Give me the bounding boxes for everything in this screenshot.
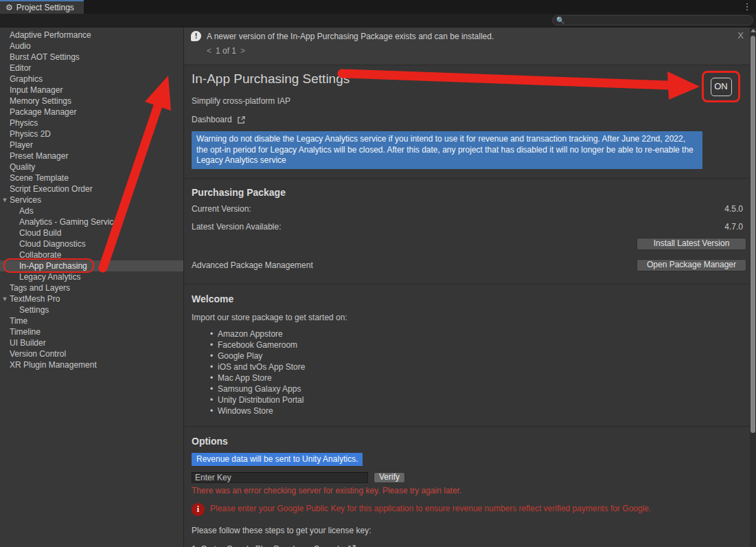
store-list-item: Windows Store bbox=[192, 405, 750, 416]
sidebar-item-label: Quality bbox=[10, 161, 35, 172]
dashboard-link[interactable]: Dashboard bbox=[192, 115, 750, 124]
sidebar-item-physics-2d[interactable]: Physics 2D bbox=[0, 129, 183, 139]
scrollbar-thumb[interactable] bbox=[751, 36, 755, 433]
gear-icon: ⚙ bbox=[5, 3, 13, 12]
search-icon: 🔍 bbox=[556, 17, 564, 24]
search-input[interactable] bbox=[564, 16, 749, 25]
sidebar-item-ui-builder[interactable]: UI Builder bbox=[0, 337, 183, 348]
sidebar-item-label: Editor bbox=[10, 63, 31, 74]
sidebar-item-label: Analytics - Gaming Services bbox=[19, 216, 122, 227]
sidebar-item-timeline[interactable]: Timeline bbox=[0, 326, 183, 337]
current-version-label: Current Version: bbox=[192, 204, 251, 214]
sidebar-item-editor[interactable]: Editor bbox=[0, 63, 183, 74]
banner-pager: < 1 of 1 > bbox=[207, 46, 245, 56]
sidebar-item-quality[interactable]: Quality bbox=[0, 161, 183, 172]
pager-prev-icon[interactable]: < bbox=[207, 46, 211, 56]
pager-next-icon[interactable]: > bbox=[240, 46, 245, 56]
sidebar-item-label: Audio bbox=[10, 41, 31, 52]
revenue-analytics-note: Revenue data will be sent to Unity Analy… bbox=[192, 453, 363, 466]
sidebar-item-preset-manager[interactable]: Preset Manager bbox=[0, 150, 183, 161]
sidebar-item-input-manager[interactable]: Input Manager bbox=[0, 85, 183, 96]
settings-pane: ! A newer version of the In-App Purchasi… bbox=[183, 27, 756, 547]
sidebar-item-memory-settings[interactable]: Memory Settings bbox=[0, 96, 183, 107]
verify-button[interactable]: Verify bbox=[374, 472, 405, 483]
purchasing-package-heading: Purchasing Package bbox=[192, 179, 750, 198]
sidebar-item-settings[interactable]: Settings bbox=[0, 304, 183, 315]
kebab-menu-icon[interactable]: ⋮ bbox=[742, 1, 752, 12]
sidebar-item-label: Package Manager bbox=[10, 107, 76, 118]
sidebar-item-physics[interactable]: Physics bbox=[0, 118, 183, 129]
sidebar-item-burst-aot-settings[interactable]: Burst AOT Settings bbox=[0, 52, 183, 63]
sidebar-item-legacy-analytics[interactable]: Legacy Analytics bbox=[0, 271, 183, 282]
sidebar-item-script-execution-order[interactable]: Script Execution Order bbox=[0, 183, 183, 194]
store-list-item: Amazon Appstore bbox=[192, 328, 750, 339]
sidebar-item-label: Player bbox=[10, 139, 33, 150]
store-list-item: Samsung Galaxy Apps bbox=[192, 383, 750, 394]
sidebar-item-label: TextMesh Pro bbox=[10, 293, 60, 304]
external-link-icon bbox=[347, 544, 356, 547]
sidebar-item-label: UI Builder bbox=[10, 337, 46, 348]
step-1-prefix: 1. Go to bbox=[192, 544, 221, 547]
dashboard-label: Dashboard bbox=[192, 115, 232, 124]
vertical-scrollbar[interactable] bbox=[750, 27, 756, 547]
tab-bar: ⚙ Project Settings ⋮ bbox=[0, 0, 756, 14]
sidebar-item-tags-and-layers[interactable]: Tags and Layers bbox=[0, 282, 183, 293]
sidebar-item-services[interactable]: ▼Services bbox=[0, 194, 183, 205]
settings-sidebar: Adaptive PerformanceAudioBurst AOT Setti… bbox=[0, 27, 183, 547]
search-box[interactable]: 🔍 bbox=[552, 15, 753, 25]
sidebar-item-textmesh-pro[interactable]: ▼TextMesh Pro bbox=[0, 293, 183, 304]
store-list-item: Google Play bbox=[192, 350, 750, 361]
store-list: Amazon AppstoreFacebook GameroomGoogle P… bbox=[192, 328, 750, 416]
latest-version-label: Latest Version Available: bbox=[192, 222, 282, 232]
sidebar-item-label: Legacy Analytics bbox=[19, 271, 80, 282]
scroll-up-icon[interactable] bbox=[751, 29, 756, 32]
google-public-key-note: Please enter your Google Public Key for … bbox=[210, 503, 651, 513]
welcome-intro: Import our store package to get started … bbox=[192, 313, 750, 322]
sidebar-item-cloud-diagnostics[interactable]: Cloud Diagnostics bbox=[0, 238, 183, 249]
external-link-icon bbox=[237, 115, 246, 124]
banner-close-icon[interactable]: X bbox=[737, 30, 744, 41]
foldout-triangle-icon[interactable]: ▼ bbox=[0, 194, 10, 205]
project-settings-window: ⚙ Project Settings ⋮ 🔍 Adaptive Performa… bbox=[0, 0, 756, 547]
sidebar-item-label: Input Manager bbox=[10, 85, 62, 96]
current-version-row: Current Version: 4.5.0 bbox=[192, 204, 750, 214]
google-key-input[interactable] bbox=[192, 472, 368, 483]
sidebar-item-ads[interactable]: Ads bbox=[0, 205, 183, 216]
google-play-console-link[interactable]: Google Play Developer Console bbox=[227, 544, 344, 547]
open-package-manager-button[interactable]: Open Package Manager bbox=[637, 259, 746, 271]
update-banner: ! A newer version of the In-App Purchasi… bbox=[184, 27, 756, 65]
annotation-box-on-toggle: ON bbox=[702, 71, 740, 102]
banner-message: A newer version of the In-App Purchasing… bbox=[207, 32, 494, 41]
sidebar-item-label: Graphics bbox=[10, 74, 43, 85]
sidebar-item-version-control[interactable]: Version Control bbox=[0, 348, 183, 359]
sidebar-item-audio[interactable]: Audio bbox=[0, 41, 183, 52]
sidebar-item-package-manager[interactable]: Package Manager bbox=[0, 107, 183, 118]
sidebar-item-cloud-build[interactable]: Cloud Build bbox=[0, 227, 183, 238]
welcome-heading: Welcome bbox=[192, 284, 750, 304]
foldout-triangle-icon[interactable]: ▼ bbox=[0, 293, 10, 304]
tab-project-settings[interactable]: ⚙ Project Settings bbox=[0, 0, 84, 14]
sidebar-item-xr-plugin-management[interactable]: XR Plugin Management bbox=[0, 359, 183, 370]
iap-on-toggle-button[interactable]: ON bbox=[711, 78, 732, 96]
step-1-row: 1. Go to Google Play Developer Console bbox=[192, 544, 750, 547]
latest-version-value: 4.7.0 bbox=[724, 222, 743, 232]
sidebar-item-adaptive-performance[interactable]: Adaptive Performance bbox=[0, 30, 183, 41]
options-heading: Options bbox=[192, 427, 750, 447]
sidebar-item-analytics-gaming-services[interactable]: Analytics - Gaming Services bbox=[0, 216, 183, 227]
store-list-item: Mac App Store bbox=[192, 372, 750, 383]
sidebar-item-time[interactable]: Time bbox=[0, 315, 183, 326]
store-list-item: Unity Distribution Portal bbox=[192, 394, 750, 405]
sidebar-item-label: Settings bbox=[19, 304, 49, 315]
sidebar-item-player[interactable]: Player bbox=[0, 139, 183, 150]
sidebar-item-label: Physics bbox=[10, 118, 38, 129]
install-latest-version-button[interactable]: Install Latest Version bbox=[637, 238, 746, 250]
store-list-item: Facebook Gameroom bbox=[192, 339, 750, 350]
page-subtitle: Simplify cross-platform IAP bbox=[192, 96, 750, 106]
sidebar-item-label: Memory Settings bbox=[10, 96, 71, 107]
store-list-item: iOS and tvOs App Store bbox=[192, 361, 750, 372]
sidebar-item-graphics[interactable]: Graphics bbox=[0, 74, 183, 85]
sidebar-item-scene-template[interactable]: Scene Template bbox=[0, 172, 183, 183]
sidebar-item-label: Adaptive Performance bbox=[10, 30, 91, 41]
sidebar-list: Adaptive PerformanceAudioBurst AOT Setti… bbox=[0, 30, 183, 370]
license-steps-intro: Please follow these steps to get your li… bbox=[192, 526, 750, 535]
